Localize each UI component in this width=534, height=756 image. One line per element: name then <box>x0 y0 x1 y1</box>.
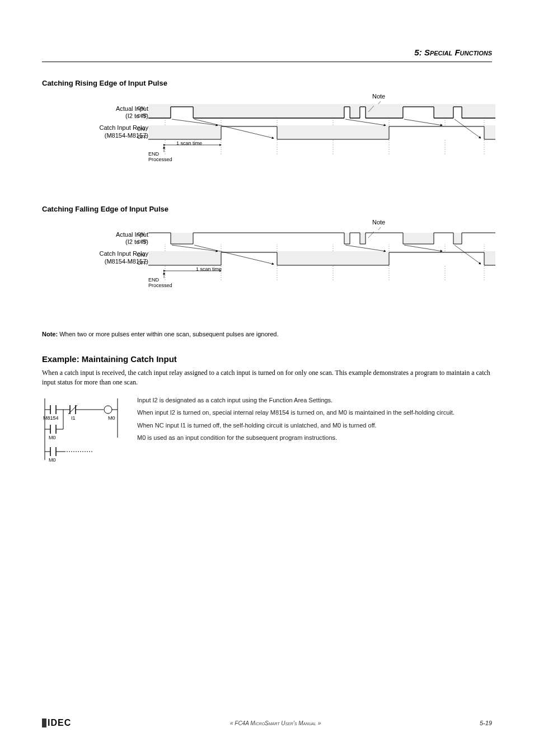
signal1-label: Actual Input (I2 to I5) <box>42 105 148 120</box>
svg-line-21 <box>345 119 386 125</box>
timing-svg-falling <box>148 224 495 297</box>
on-label-2: ON <box>137 126 145 132</box>
signal1-label-2: Actual Input (I2 to I5) <box>42 231 148 246</box>
rising-edge-diagram: Note Actual Input (I2 to I5) Catch Input… <box>42 93 492 188</box>
row-labels: Actual Input (I2 to I5) Catch Input Rela… <box>42 104 148 142</box>
svg-line-47 <box>345 245 386 251</box>
svg-line-48 <box>404 245 442 251</box>
svg-rect-11 <box>360 107 366 118</box>
example-p1: Input I2 is designated as a catch input … <box>137 396 492 405</box>
idec-logo: IDEC <box>42 718 71 728</box>
on-label-4: ON <box>137 252 145 258</box>
example-p4: M0 is used as an input condition for the… <box>137 433 492 443</box>
scan-time-label-2: 1 scan time <box>196 266 222 272</box>
svg-rect-37 <box>360 233 366 244</box>
svg-rect-9 <box>171 107 193 118</box>
svg-rect-13 <box>453 107 462 118</box>
example-content: M8154 I1 M0 M0 M0 Inp <box>42 396 492 473</box>
end-processed-2: END Processed <box>148 278 172 289</box>
off-label-3: OFF <box>137 239 147 245</box>
svg-rect-43 <box>389 252 445 265</box>
svg-rect-34 <box>148 230 495 244</box>
svg-text:I1: I1 <box>71 415 76 421</box>
example-explanation: Input I2 is designated as a catch input … <box>137 396 492 473</box>
ladder-diagram: M8154 I1 M0 M0 M0 <box>42 396 120 473</box>
falling-edge-title: Catching Falling Edge of Input Pulse <box>42 205 492 213</box>
falling-edge-diagram: Note Actual Input (I2 to I5) Catch Input… <box>42 219 492 314</box>
svg-rect-36 <box>344 233 350 244</box>
svg-rect-18 <box>445 126 484 139</box>
rising-edge-title: Catching Rising Edge of Input Pulse <box>42 79 492 87</box>
svg-rect-10 <box>344 107 350 118</box>
svg-text:M8154: M8154 <box>43 415 59 421</box>
footer-page-number: 5-19 <box>480 720 492 726</box>
off-label-1: OFF <box>137 113 147 119</box>
example-intro: When a catch input is received, the catc… <box>42 368 492 387</box>
svg-rect-44 <box>445 252 484 265</box>
svg-text:M0: M0 <box>49 435 56 440</box>
chapter-header: 5: Special Functions <box>42 48 492 62</box>
end-processed-label: END Processed <box>148 152 172 163</box>
chapter-number: 5: <box>414 48 421 57</box>
example-p2: When input I2 is turned on, special inte… <box>137 408 492 417</box>
note-bold: Note: <box>42 331 58 337</box>
scan-time-label: 1 scan time <box>176 140 202 146</box>
svg-rect-12 <box>403 107 434 118</box>
svg-rect-16 <box>221 126 277 139</box>
chapter-title: Special Functions <box>424 48 492 57</box>
example-p3: When NC input I1 is turned off, the self… <box>137 421 492 430</box>
svg-text:M0: M0 <box>108 415 115 421</box>
svg-rect-8 <box>148 104 495 118</box>
off-label-4: OFF <box>137 260 147 266</box>
svg-rect-39 <box>453 233 462 244</box>
logo-text: IDEC <box>48 718 71 728</box>
svg-text:M0: M0 <box>49 457 56 463</box>
signal2-label-2: Catch Input Relay (M8154-M8157) <box>42 250 148 265</box>
svg-line-22 <box>404 119 442 125</box>
note-paragraph: Note: When two or more pulses enter with… <box>42 331 492 337</box>
signal2-label: Catch Input Relay (M8154-M8157) <box>42 124 148 139</box>
svg-rect-17 <box>389 126 445 139</box>
logo-box-icon <box>42 719 46 727</box>
svg-rect-42 <box>221 252 277 265</box>
note-body: When two or more pulses enter within one… <box>58 331 278 337</box>
svg-line-19 <box>172 119 218 125</box>
off-label-2: OFF <box>137 134 147 140</box>
page-footer: IDEC « FC4A MicroSmart User's Manual » 5… <box>42 718 492 728</box>
svg-point-64 <box>104 406 112 414</box>
on-label-1: ON <box>137 105 145 111</box>
svg-rect-35 <box>171 233 193 244</box>
footer-manual-title: « FC4A MicroSmart User's Manual » <box>230 720 321 726</box>
svg-line-45 <box>172 245 218 251</box>
row-labels-2: Actual Input (I2 to I5) Catch Input Rela… <box>42 230 148 267</box>
timing-svg-rising <box>148 98 495 171</box>
on-label-3: ON <box>137 231 145 237</box>
svg-rect-38 <box>403 233 434 244</box>
example-title: Example: Maintaining Catch Input <box>42 354 492 364</box>
